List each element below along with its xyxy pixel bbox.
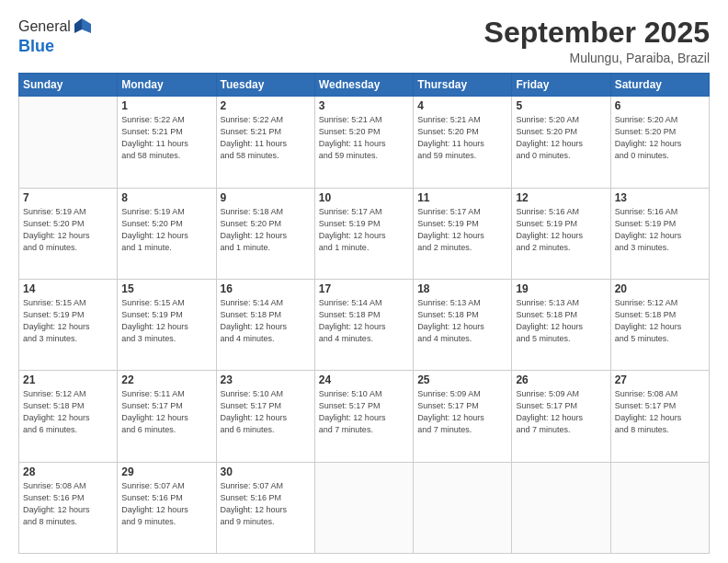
table-row: 26Sunrise: 5:09 AM Sunset: 5:17 PM Dayli… (512, 371, 610, 462)
table-row: 27Sunrise: 5:08 AM Sunset: 5:17 PM Dayli… (610, 371, 709, 462)
calendar-week-row: 14Sunrise: 5:15 AM Sunset: 5:19 PM Dayli… (19, 279, 710, 370)
day-number: 1 (121, 99, 211, 112)
day-info: Sunrise: 5:15 AM Sunset: 5:19 PM Dayligh… (23, 297, 113, 345)
day-info: Sunrise: 5:22 AM Sunset: 5:21 PM Dayligh… (121, 114, 211, 162)
day-info: Sunrise: 5:07 AM Sunset: 5:16 PM Dayligh… (221, 480, 311, 528)
calendar-table: Sunday Monday Tuesday Wednesday Thursday… (18, 73, 710, 554)
table-row: 11Sunrise: 5:17 AM Sunset: 5:19 PM Dayli… (414, 188, 512, 279)
table-row: 1Sunrise: 5:22 AM Sunset: 5:21 PM Daylig… (118, 97, 216, 188)
day-number: 30 (221, 465, 311, 478)
day-number: 14 (23, 282, 113, 295)
day-number: 16 (221, 282, 311, 295)
table-row: 23Sunrise: 5:10 AM Sunset: 5:17 PM Dayli… (216, 371, 314, 462)
table-row: 9Sunrise: 5:18 AM Sunset: 5:20 PM Daylig… (216, 188, 314, 279)
day-info: Sunrise: 5:17 AM Sunset: 5:19 PM Dayligh… (319, 206, 409, 254)
day-info: Sunrise: 5:22 AM Sunset: 5:21 PM Dayligh… (221, 114, 311, 162)
logo-blue-text: Blue (18, 37, 54, 55)
table-row: 29Sunrise: 5:07 AM Sunset: 5:16 PM Dayli… (118, 462, 216, 553)
day-number: 3 (319, 99, 409, 112)
table-row: 14Sunrise: 5:15 AM Sunset: 5:19 PM Dayli… (19, 279, 118, 370)
day-info: Sunrise: 5:09 AM Sunset: 5:17 PM Dayligh… (417, 388, 507, 436)
day-number: 10 (319, 191, 409, 204)
table-row: 13Sunrise: 5:16 AM Sunset: 5:19 PM Dayli… (610, 188, 709, 279)
logo: General Blue (18, 17, 93, 56)
table-row (610, 462, 709, 553)
month-title: September 2025 (484, 17, 710, 49)
day-info: Sunrise: 5:20 AM Sunset: 5:20 PM Dayligh… (516, 114, 606, 162)
logo-icon (73, 17, 93, 37)
day-number: 9 (221, 191, 311, 204)
day-number: 28 (23, 465, 113, 478)
table-row: 18Sunrise: 5:13 AM Sunset: 5:18 PM Dayli… (414, 279, 512, 370)
day-number: 12 (516, 191, 606, 204)
day-number: 27 (615, 373, 705, 386)
day-number: 19 (516, 282, 606, 295)
day-info: Sunrise: 5:19 AM Sunset: 5:20 PM Dayligh… (23, 206, 113, 254)
table-row: 17Sunrise: 5:14 AM Sunset: 5:18 PM Dayli… (314, 279, 413, 370)
day-number: 25 (417, 373, 507, 386)
col-wednesday: Wednesday (314, 74, 413, 97)
day-number: 18 (417, 282, 507, 295)
calendar-week-row: 21Sunrise: 5:12 AM Sunset: 5:18 PM Dayli… (19, 371, 710, 462)
day-number: 17 (319, 282, 409, 295)
svg-marker-1 (74, 18, 82, 33)
table-row: 10Sunrise: 5:17 AM Sunset: 5:19 PM Dayli… (314, 188, 413, 279)
day-info: Sunrise: 5:12 AM Sunset: 5:18 PM Dayligh… (23, 388, 113, 436)
day-info: Sunrise: 5:12 AM Sunset: 5:18 PM Dayligh… (615, 297, 705, 345)
day-number: 7 (23, 191, 113, 204)
table-row: 4Sunrise: 5:21 AM Sunset: 5:20 PM Daylig… (414, 97, 512, 188)
day-number: 29 (121, 465, 211, 478)
col-sunday: Sunday (19, 74, 118, 97)
logo-general-text: General (18, 18, 71, 35)
day-info: Sunrise: 5:10 AM Sunset: 5:17 PM Dayligh… (221, 388, 311, 436)
table-row: 22Sunrise: 5:11 AM Sunset: 5:17 PM Dayli… (118, 371, 216, 462)
day-info: Sunrise: 5:15 AM Sunset: 5:19 PM Dayligh… (121, 297, 211, 345)
day-number: 4 (417, 99, 507, 112)
day-number: 22 (121, 373, 211, 386)
day-number: 2 (221, 99, 311, 112)
table-row: 21Sunrise: 5:12 AM Sunset: 5:18 PM Dayli… (19, 371, 118, 462)
day-number: 23 (221, 373, 311, 386)
table-row: 30Sunrise: 5:07 AM Sunset: 5:16 PM Dayli… (216, 462, 314, 553)
table-row: 8Sunrise: 5:19 AM Sunset: 5:20 PM Daylig… (118, 188, 216, 279)
day-info: Sunrise: 5:11 AM Sunset: 5:17 PM Dayligh… (121, 388, 211, 436)
day-info: Sunrise: 5:09 AM Sunset: 5:17 PM Dayligh… (516, 388, 606, 436)
table-row (19, 97, 118, 188)
table-row: 28Sunrise: 5:08 AM Sunset: 5:16 PM Dayli… (19, 462, 118, 553)
col-thursday: Thursday (414, 74, 512, 97)
table-row: 6Sunrise: 5:20 AM Sunset: 5:20 PM Daylig… (610, 97, 709, 188)
title-block: September 2025 Mulungu, Paraiba, Brazil (484, 17, 710, 65)
day-info: Sunrise: 5:07 AM Sunset: 5:16 PM Dayligh… (121, 480, 211, 528)
day-number: 20 (615, 282, 705, 295)
col-saturday: Saturday (610, 74, 709, 97)
day-number: 13 (615, 191, 705, 204)
day-number: 26 (516, 373, 606, 386)
calendar-week-row: 28Sunrise: 5:08 AM Sunset: 5:16 PM Dayli… (19, 462, 710, 553)
table-row: 15Sunrise: 5:15 AM Sunset: 5:19 PM Dayli… (118, 279, 216, 370)
table-row: 16Sunrise: 5:14 AM Sunset: 5:18 PM Dayli… (216, 279, 314, 370)
day-info: Sunrise: 5:13 AM Sunset: 5:18 PM Dayligh… (516, 297, 606, 345)
day-info: Sunrise: 5:21 AM Sunset: 5:20 PM Dayligh… (319, 114, 409, 162)
table-row: 12Sunrise: 5:16 AM Sunset: 5:19 PM Dayli… (512, 188, 610, 279)
day-info: Sunrise: 5:21 AM Sunset: 5:20 PM Dayligh… (417, 114, 507, 162)
table-row: 3Sunrise: 5:21 AM Sunset: 5:20 PM Daylig… (314, 97, 413, 188)
svg-marker-0 (82, 18, 91, 33)
day-number: 5 (516, 99, 606, 112)
calendar-week-row: 7Sunrise: 5:19 AM Sunset: 5:20 PM Daylig… (19, 188, 710, 279)
calendar-week-row: 1Sunrise: 5:22 AM Sunset: 5:21 PM Daylig… (19, 97, 710, 188)
calendar-header-row: Sunday Monday Tuesday Wednesday Thursday… (19, 74, 710, 97)
col-tuesday: Tuesday (216, 74, 314, 97)
table-row: 2Sunrise: 5:22 AM Sunset: 5:21 PM Daylig… (216, 97, 314, 188)
day-number: 21 (23, 373, 113, 386)
day-info: Sunrise: 5:17 AM Sunset: 5:19 PM Dayligh… (417, 206, 507, 254)
day-number: 8 (121, 191, 211, 204)
day-info: Sunrise: 5:20 AM Sunset: 5:20 PM Dayligh… (615, 114, 705, 162)
table-row: 25Sunrise: 5:09 AM Sunset: 5:17 PM Dayli… (414, 371, 512, 462)
table-row (314, 462, 413, 553)
table-row: 5Sunrise: 5:20 AM Sunset: 5:20 PM Daylig… (512, 97, 610, 188)
day-info: Sunrise: 5:10 AM Sunset: 5:17 PM Dayligh… (319, 388, 409, 436)
table-row (512, 462, 610, 553)
day-number: 6 (615, 99, 705, 112)
day-info: Sunrise: 5:16 AM Sunset: 5:19 PM Dayligh… (516, 206, 606, 254)
day-number: 15 (121, 282, 211, 295)
